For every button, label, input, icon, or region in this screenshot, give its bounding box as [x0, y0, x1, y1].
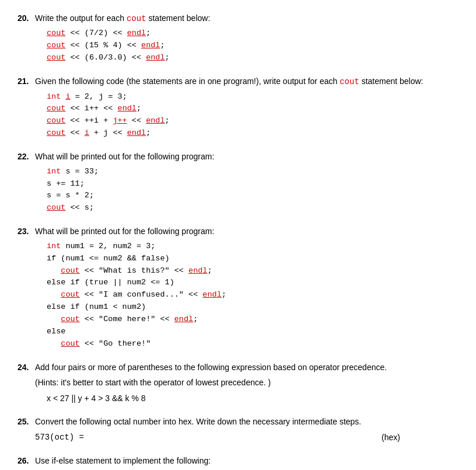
- q20-number: 20.: [18, 12, 35, 25]
- q24-hint: (Hints: it's better to start with the op…: [35, 378, 271, 387]
- q25-row: 573(oct) = (hex): [35, 431, 459, 444]
- q21-code-1: int i = 2, j = 3;: [47, 91, 459, 103]
- q24-number: 24.: [18, 361, 35, 374]
- q25-hex: (hex): [382, 431, 400, 444]
- q24-expr-block: x < 27 || y + 4 > 3 && k % 8: [47, 392, 459, 405]
- q26-number: 26.: [18, 454, 35, 467]
- q23-code-5: cout << "I am confused..." << endl;: [47, 289, 459, 301]
- q21-code-2: cout << i++ << endl;: [47, 103, 459, 115]
- q23-line: 23. What will be printed out for the fol…: [18, 225, 459, 238]
- q22-line: 22. What will be printed out for the fol…: [18, 150, 459, 163]
- q20-code: cout << (7/2) << endl; cout << (15 % 4) …: [47, 27, 459, 64]
- q23-code-9: cout << "Go there!": [47, 338, 459, 350]
- q20-code-1: cout << (7/2) << endl;: [47, 27, 459, 40]
- q21-code-4: cout << i + j << endl;: [47, 127, 459, 140]
- q26-text: Use if-else statement to implement the f…: [35, 454, 459, 467]
- q24-expr: x < 27 || y + 4 > 3 && k % 8: [47, 394, 146, 403]
- question-25: 25. Convert the following octal number i…: [18, 415, 459, 444]
- q23-code-3: cout << "What is this?" << endl;: [47, 265, 459, 277]
- q22-code-3: s = s * 2;: [47, 190, 459, 202]
- q23-code-2: if (num1 <= num2 && false): [47, 253, 459, 265]
- q21-number: 21.: [18, 75, 35, 88]
- q20-code-2: cout << (15 % 4) << endl;: [47, 40, 459, 52]
- q20-code-3: cout << (6.0/3.0) << endl;: [47, 52, 459, 64]
- q24-hint-block: (Hints: it's better to start with the op…: [35, 376, 459, 389]
- q25-octal: 573(oct) =: [35, 431, 84, 444]
- q23-code-8: else: [47, 326, 459, 338]
- question-24: 24. Add four pairs or more of parenthese…: [18, 361, 459, 405]
- q22-code: int s = 33; s += 11; s = s * 2; cout << …: [47, 166, 459, 215]
- question-26: 26. Use if-else statement to implement t…: [18, 454, 459, 470]
- q24-text: Add four pairs or more of parentheses to…: [35, 361, 459, 374]
- q20-text: Write the output for each cout statement…: [35, 12, 459, 25]
- q24-line: 24. Add four pairs or more of parenthese…: [18, 361, 459, 374]
- q22-code-4: cout << s;: [47, 202, 459, 214]
- q21-code: int i = 2, j = 3; cout << i++ << endl; c…: [47, 91, 459, 140]
- q25-number: 25.: [18, 415, 35, 428]
- q21-keyword: cout: [340, 77, 359, 86]
- q26-line: 26. Use if-else statement to implement t…: [18, 454, 459, 467]
- q23-code: int num1 = 2, num2 = 3; if (num1 <= num2…: [47, 241, 459, 350]
- q22-code-1: int s = 33;: [47, 166, 459, 178]
- q23-text: What will be printed out for the followi…: [35, 225, 459, 238]
- q23-code-6: else if (num1 < num2): [47, 301, 459, 314]
- q23-code-1: int num1 = 2, num2 = 3;: [47, 241, 459, 253]
- q20-line: 20. Write the output for each cout state…: [18, 12, 459, 25]
- question-21: 21. Given the following code (the statem…: [18, 75, 459, 140]
- question-23: 23. What will be printed out for the fol…: [18, 225, 459, 350]
- question-20: 20. Write the output for each cout state…: [18, 12, 459, 64]
- q21-code-3: cout << ++i + j++ << endl;: [47, 115, 459, 127]
- q21-text: Given the following code (the statements…: [35, 75, 459, 88]
- q20-keyword: cout: [127, 14, 146, 23]
- q25-line: 25. Convert the following octal number i…: [18, 415, 459, 428]
- q22-number: 22.: [18, 150, 35, 163]
- q21-line: 21. Given the following code (the statem…: [18, 75, 459, 88]
- q23-number: 23.: [18, 225, 35, 238]
- q22-code-2: s += 11;: [47, 178, 459, 190]
- q23-code-4: else if (true || num2 <= 1): [47, 277, 459, 289]
- q25-text: Convert the following octal number into …: [35, 415, 459, 428]
- q23-code-7: cout << "Come here!" << endl;: [47, 314, 459, 326]
- q22-text: What will be printed out for the followi…: [35, 150, 459, 163]
- question-22: 22. What will be printed out for the fol…: [18, 150, 459, 214]
